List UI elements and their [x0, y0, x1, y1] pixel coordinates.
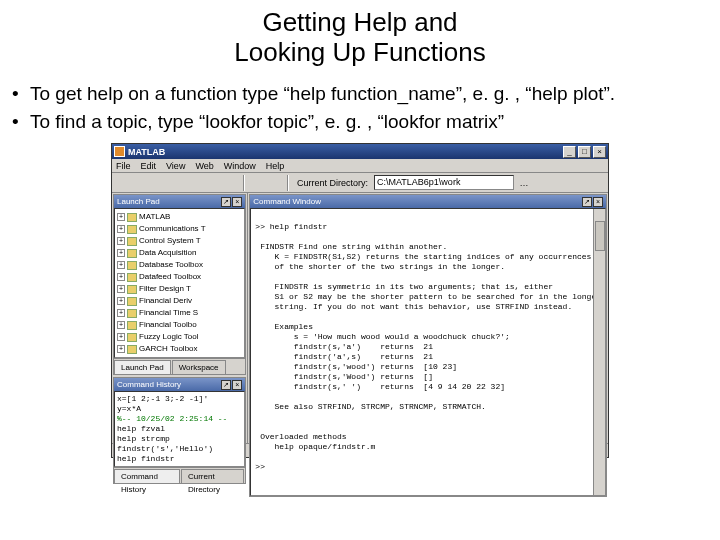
- window-title: MATLAB: [128, 147, 563, 157]
- maximize-button[interactable]: □: [578, 146, 591, 158]
- toolbox-icon: [127, 333, 137, 342]
- expand-icon[interactable]: +: [117, 261, 125, 269]
- bullet-dot: •: [12, 110, 30, 134]
- tree-item: +Fuzzy Logic Tool: [117, 331, 242, 343]
- tree-item: +Filter Design T: [117, 283, 242, 295]
- toolbox-icon: [127, 225, 137, 234]
- minimize-button[interactable]: _: [563, 146, 576, 158]
- expand-icon[interactable]: +: [117, 213, 125, 221]
- menubar: File Edit View Web Window Help: [112, 159, 608, 173]
- tab-current-directory[interactable]: Current Directory: [181, 469, 244, 483]
- cut-icon[interactable]: [151, 175, 167, 191]
- toolbox-icon: [127, 273, 137, 282]
- toolbox-icon: [127, 213, 137, 222]
- command-window-text: >> help findstr FINDSTR Find one string …: [255, 222, 601, 471]
- help-icon[interactable]: [267, 175, 283, 191]
- tab-launch-pad[interactable]: Launch Pad: [114, 360, 171, 374]
- tree-item: +Financial Toolbo: [117, 319, 242, 331]
- menu-web[interactable]: Web: [195, 161, 213, 171]
- menu-file[interactable]: File: [116, 161, 131, 171]
- tree-item: +Financial Deriv: [117, 295, 242, 307]
- copy-icon[interactable]: [169, 175, 185, 191]
- command-window-title: Command Window: [253, 197, 321, 206]
- expand-icon[interactable]: +: [117, 309, 125, 317]
- expand-icon[interactable]: +: [117, 285, 125, 293]
- tab-command-history[interactable]: Command History: [114, 469, 180, 483]
- expand-icon[interactable]: +: [117, 237, 125, 245]
- panel-undock-icon[interactable]: ↗: [221, 197, 231, 207]
- toolbox-icon: [127, 321, 137, 330]
- bullet-dot: •: [12, 82, 30, 106]
- expand-icon[interactable]: +: [117, 333, 125, 341]
- panel-close-icon[interactable]: ×: [232, 380, 242, 390]
- simulink-icon[interactable]: [249, 175, 265, 191]
- expand-icon[interactable]: +: [117, 321, 125, 329]
- expand-icon[interactable]: +: [117, 273, 125, 281]
- panel-undock-icon[interactable]: ↗: [582, 197, 592, 207]
- title-line-2: Looking Up Functions: [234, 37, 485, 67]
- titlebar[interactable]: MATLAB _ □ ×: [112, 144, 608, 159]
- launchpad-title: Launch Pad: [117, 197, 160, 206]
- history-item[interactable]: findstr('s','Hello'): [117, 444, 242, 454]
- tree-item: +Financial Time S: [117, 307, 242, 319]
- tab-workspace[interactable]: Workspace: [172, 360, 226, 374]
- title-line-1: Getting Help and: [262, 7, 457, 37]
- history-list[interactable]: x=[1 2;-1 3;-2 -1]' y=x*A %-- 10/25/02 2…: [114, 391, 245, 467]
- separator: [287, 175, 289, 191]
- panel-close-icon[interactable]: ×: [593, 197, 603, 207]
- menu-view[interactable]: View: [166, 161, 185, 171]
- tree-item: +Control System T: [117, 235, 242, 247]
- expand-icon[interactable]: +: [117, 249, 125, 257]
- bullet-2: To find a topic, type “lookfor topic”, e…: [30, 110, 708, 134]
- panel-close-icon[interactable]: ×: [232, 197, 242, 207]
- expand-icon[interactable]: +: [117, 345, 125, 353]
- toolbox-icon: [127, 237, 137, 246]
- menu-help[interactable]: Help: [266, 161, 285, 171]
- panel-undock-icon[interactable]: ↗: [221, 380, 231, 390]
- tree-item: +GARCH Toolbox: [117, 343, 242, 355]
- app-icon: [114, 146, 125, 157]
- history-item[interactable]: x=[1 2;-1 3;-2 -1]': [117, 394, 242, 404]
- command-window[interactable]: >> help findstr FINDSTR Find one string …: [250, 208, 606, 496]
- history-title: Command History: [117, 380, 181, 389]
- paste-icon[interactable]: [187, 175, 203, 191]
- tree-item: +Communications T: [117, 223, 242, 235]
- history-item[interactable]: help fzval: [117, 424, 242, 434]
- expand-icon[interactable]: +: [117, 225, 125, 233]
- current-directory-field[interactable]: C:\MATLAB6p1\work: [374, 175, 514, 190]
- bullet-1: To get help on a function type “help fun…: [30, 82, 708, 106]
- matlab-window: MATLAB _ □ × File Edit View Web Window H…: [111, 143, 609, 458]
- tree-item: +Data Acquisition: [117, 247, 242, 259]
- current-directory-label: Current Directory:: [297, 178, 368, 188]
- slide-title: Getting Help and Looking Up Functions: [0, 8, 720, 68]
- tree-item: +MATLAB: [117, 211, 242, 223]
- open-file-icon[interactable]: [133, 175, 149, 191]
- separator: [243, 175, 245, 191]
- menu-window[interactable]: Window: [224, 161, 256, 171]
- toolbox-icon: [127, 345, 137, 354]
- redo-icon[interactable]: [223, 175, 239, 191]
- scroll-thumb[interactable]: [595, 221, 605, 251]
- toolbox-icon: [127, 261, 137, 270]
- new-file-icon[interactable]: [115, 175, 131, 191]
- scrollbar[interactable]: [593, 209, 605, 495]
- launchpad-tree[interactable]: +MATLAB +Communications T +Control Syste…: [114, 208, 245, 358]
- history-item[interactable]: y=x*A: [117, 404, 242, 414]
- history-header[interactable]: Command History ↗ ×: [114, 378, 245, 391]
- expand-icon[interactable]: +: [117, 297, 125, 305]
- menu-edit[interactable]: Edit: [141, 161, 157, 171]
- command-window-header[interactable]: Command Window ↗ ×: [250, 195, 606, 208]
- tree-item: +Datafeed Toolbox: [117, 271, 242, 283]
- toolbox-icon: [127, 297, 137, 306]
- bullet-list: • To get help on a function type “help f…: [12, 82, 708, 134]
- undo-icon[interactable]: [205, 175, 221, 191]
- launchpad-header[interactable]: Launch Pad ↗ ×: [114, 195, 245, 208]
- history-item[interactable]: help findstr: [117, 454, 242, 464]
- tree-item: +Database Toolbox: [117, 259, 242, 271]
- toolbox-icon: [127, 285, 137, 294]
- history-item[interactable]: %-- 10/25/02 2:25:14 --: [117, 414, 242, 424]
- close-button[interactable]: ×: [593, 146, 606, 158]
- history-item[interactable]: help strcmp: [117, 434, 242, 444]
- browse-directory-button[interactable]: …: [516, 175, 532, 191]
- toolbox-icon: [127, 309, 137, 318]
